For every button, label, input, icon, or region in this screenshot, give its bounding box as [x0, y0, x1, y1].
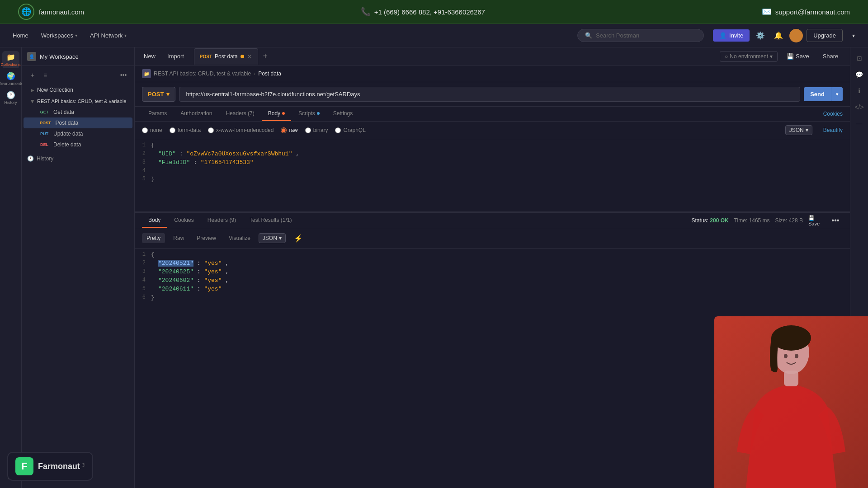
post-data-tab[interactable]: POST Post data ✕	[194, 48, 258, 65]
pretty-tab[interactable]: Pretty	[142, 233, 165, 243]
form-data-radio[interactable]: form-data	[170, 127, 201, 133]
response-status: Status: 200 OK Time: 1465 ms Size: 428 B…	[692, 213, 843, 228]
email-text: support@farmonaut.com	[775, 8, 850, 16]
upgrade-button[interactable]: Upgrade	[807, 29, 843, 42]
raw-radio[interactable]: raw	[281, 127, 297, 133]
none-radio[interactable]: none	[142, 127, 162, 133]
response-format-select[interactable]: JSON ▾	[259, 233, 286, 243]
settings-tab[interactable]: Settings	[327, 107, 359, 121]
resp-cookies-tab[interactable]: Cookies	[168, 213, 200, 228]
workspace-icon: 👤	[27, 52, 36, 61]
environments-icon: 🌍	[6, 72, 15, 80]
history-icon: 🕐	[6, 91, 15, 99]
post-badge: POST	[38, 120, 53, 126]
globe-icon: 🌐	[18, 4, 34, 20]
email-section: ✉️ support@farmonaut.com	[762, 7, 850, 17]
resp-headers-tab[interactable]: Headers (9)	[201, 213, 242, 228]
api-network-chevron: ▾	[124, 33, 127, 38]
raw-tab[interactable]: Raw	[169, 233, 189, 243]
get-badge: GET	[38, 109, 51, 115]
main-nav: Home Workspaces ▾ API Network ▾ 🔍 Search…	[0, 24, 868, 47]
api-network-nav-item[interactable]: API Network ▾	[85, 29, 132, 42]
save-response-btn[interactable]: 💾 Save	[808, 213, 823, 228]
graphql-radio[interactable]: GraphQL	[335, 127, 365, 133]
history-sidebar-btn[interactable]: 🕐 History	[2, 89, 19, 106]
new-collection-item[interactable]: ▶ New Collection	[24, 84, 132, 96]
resp-body-tab[interactable]: Body	[142, 213, 167, 228]
add-collection-btn[interactable]: +	[27, 70, 38, 80]
del-data-label: Delete data	[53, 141, 81, 148]
get-data-item[interactable]: GET Get data	[24, 107, 132, 117]
urlencoded-radio[interactable]: x-www-form-urlencoded	[208, 127, 274, 133]
save-button[interactable]: 💾 Save	[782, 49, 814, 64]
comment-icon-btn[interactable]: 💬	[852, 67, 867, 82]
scripts-tab[interactable]: Scripts	[292, 107, 326, 121]
auth-tab[interactable]: Authorization	[174, 107, 218, 121]
delete-data-item[interactable]: DEL Delete data	[24, 139, 132, 150]
visualize-tab[interactable]: Visualize	[224, 233, 255, 243]
cookies-link[interactable]: Cookies	[823, 111, 843, 117]
resp-test-results-tab[interactable]: Test Results (1/1)	[243, 213, 298, 228]
tab-bar: New Import POST Post data ✕ + ○ No envir…	[135, 47, 850, 66]
sort-collection-btn[interactable]: ≡	[40, 70, 51, 80]
put-data-label: Update data	[53, 131, 83, 137]
request-tabs: Params Authorization Headers (7) Body Sc…	[135, 107, 850, 122]
post-data-label: Post data	[56, 120, 79, 126]
history-section[interactable]: 🕐 History	[22, 152, 134, 165]
preview-tab[interactable]: Preview	[192, 233, 221, 243]
rest-api-collection-label: REST API basics: CRUD, test & variable	[37, 99, 126, 104]
right-panel-toggle[interactable]: ⊡	[852, 51, 867, 66]
collections-sidebar-btn[interactable]: 📁 Collections	[2, 51, 19, 68]
rest-api-collection-item[interactable]: ▶ REST API basics: CRUD, test & variable	[24, 96, 132, 107]
binary-radio[interactable]: binary	[305, 127, 328, 133]
more-options-btn[interactable]: •••	[118, 70, 129, 80]
body-tab[interactable]: Body	[262, 107, 291, 121]
request-area: 📁 REST API basics: CRUD, test & variable…	[135, 66, 850, 488]
app-layout: 📁 Collections 🌍 Environments 🕐 History ⊞…	[0, 47, 868, 488]
search-placeholder: Search Postman	[596, 32, 639, 39]
scripts-tab-dot	[317, 112, 320, 115]
code-line-4: 4	[135, 167, 850, 175]
put-data-item[interactable]: PUT Update data	[24, 128, 132, 139]
environments-sidebar-btn[interactable]: 🌍 Environments	[2, 70, 19, 87]
code-icon-btn[interactable]: </>	[852, 100, 867, 114]
workspaces-nav-item[interactable]: Workspaces ▾	[36, 29, 83, 42]
share-button[interactable]: Share	[815, 49, 846, 64]
minus-icon-btn[interactable]: —	[852, 116, 867, 131]
import-tab-button[interactable]: Import	[162, 51, 189, 61]
send-button[interactable]: Send	[804, 87, 831, 101]
more-response-btn[interactable]: •••	[828, 213, 843, 228]
beautify-button[interactable]: Beautify	[823, 127, 843, 133]
bell-icon-btn[interactable]: 🔔	[771, 28, 786, 43]
new-collection-chevron: ▶	[31, 88, 34, 93]
add-tab-button[interactable]: +	[259, 50, 272, 63]
params-tab[interactable]: Params	[142, 107, 173, 121]
workspace-title: My Workspace	[40, 53, 129, 60]
new-collection-label: New Collection	[37, 87, 73, 93]
send-dropdown-button[interactable]: ▾	[831, 87, 843, 101]
sidebar-icons: 📁 Collections 🌍 Environments 🕐 History ⊞	[0, 47, 22, 488]
method-chevron: ▾	[166, 91, 170, 98]
url-input[interactable]	[179, 87, 800, 102]
home-nav-item[interactable]: Home	[7, 29, 34, 42]
filter-response-btn[interactable]: ⚡	[291, 231, 306, 245]
search-bar[interactable]: 🔍 Search Postman	[577, 29, 704, 42]
info-icon-btn[interactable]: ℹ	[852, 84, 867, 98]
method-select[interactable]: POST ▾	[142, 87, 175, 102]
env-chevron: ▾	[770, 53, 773, 60]
tab-close-btn[interactable]: ✕	[247, 53, 252, 60]
request-body-editor[interactable]: 1 { 2 "UID" : "oZvwVc7a0UXosxuGvsfxarSWb…	[135, 139, 850, 211]
environment-selector[interactable]: ○ No environment ▾	[720, 51, 778, 62]
farmonaut-icon: F	[15, 457, 33, 475]
body-options: none form-data x-www-form-urlencoded raw…	[135, 122, 850, 139]
no-env-label: No environment	[730, 53, 768, 60]
top-banner: 🌐 farmonaut.com 📞 +1 (669) 6666 882, +91…	[0, 0, 868, 24]
expand-icon-btn[interactable]: ▾	[846, 28, 861, 43]
settings-icon-btn[interactable]: ⚙️	[753, 28, 768, 43]
new-tab-button[interactable]: New	[138, 51, 161, 61]
post-data-item[interactable]: POST Post data	[24, 117, 132, 128]
headers-tab[interactable]: Headers (7)	[219, 107, 260, 121]
invite-button[interactable]: 👤 Invite	[713, 29, 750, 42]
user-avatar[interactable]	[789, 29, 803, 42]
format-select[interactable]: JSON ▾	[785, 125, 812, 135]
